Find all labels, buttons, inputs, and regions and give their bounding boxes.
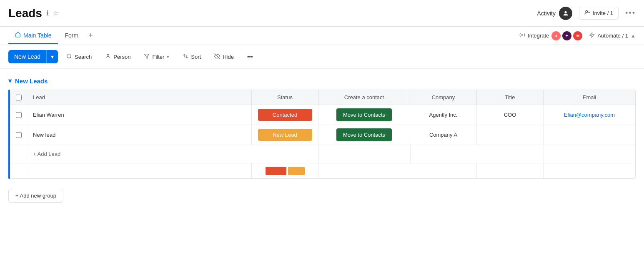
row2-title-cell (477, 125, 544, 145)
integrate-icons: ● ✦ M (551, 31, 582, 40)
add-new-group-button[interactable]: + Add new group (8, 189, 63, 203)
row1-checkbox-cell (10, 105, 27, 125)
user-avatar (559, 7, 572, 20)
page-title: Leads (8, 7, 42, 20)
toolbar: New Lead ▾ Search Person Filter ▾ Sort H… (0, 45, 644, 69)
integrate-label: Integrate (528, 33, 549, 39)
automate-collapse-icon[interactable]: ▲ (631, 33, 636, 39)
automate-icon (589, 32, 595, 39)
more-options-button[interactable]: ••• (625, 9, 636, 18)
home-icon (15, 32, 21, 39)
integrate-button[interactable]: Integrate ● ✦ M (519, 31, 582, 40)
person-label: Person (113, 54, 130, 60)
automate-button[interactable]: Automate / 1 ▲ (589, 32, 636, 39)
svg-point-2 (521, 34, 523, 36)
row2-lead-name: New lead (33, 132, 239, 138)
add-new-group-label: + Add new group (15, 193, 56, 199)
invite-button[interactable]: Invite / 1 (579, 7, 619, 20)
row2-company-cell: Company A (410, 125, 477, 145)
tab-add-button[interactable]: + (85, 27, 96, 44)
summary-contact (318, 163, 410, 178)
add-lead-cell[interactable]: + Add Lead (27, 145, 252, 163)
tab-main-table[interactable]: Main Table (8, 28, 58, 44)
col-header-contact: Create a contact (318, 90, 410, 105)
new-lead-dropdown-arrow[interactable]: ▾ (46, 50, 58, 63)
svg-point-3 (67, 54, 71, 58)
search-icon (66, 53, 72, 60)
row2-status-cell: New Lead (252, 125, 318, 145)
add-lead-title (477, 145, 544, 163)
row1-email[interactable]: Elian@company.com (564, 112, 615, 118)
row1-contact-cell: Move to Contacts (318, 105, 410, 125)
search-button[interactable]: Search (61, 50, 97, 63)
integrate-icon-gmail: M (573, 31, 582, 40)
hide-icon (214, 53, 220, 60)
row1-lead-cell: Elian Warren (27, 105, 252, 125)
table-row: New lead New Lead Move to Contacts Compa… (10, 125, 635, 145)
more-toolbar-button[interactable]: ••• (242, 51, 258, 63)
summary-row (10, 163, 635, 178)
row1-status-badge[interactable]: Contacted (258, 109, 312, 121)
hide-button[interactable]: Hide (209, 50, 239, 63)
row2-email-cell (544, 125, 635, 145)
summary-company (410, 163, 477, 178)
col-header-title: Title (477, 90, 544, 105)
row1-title: COO (504, 112, 516, 118)
group-header[interactable]: ▾ New Leads (8, 77, 636, 85)
svg-point-1 (586, 10, 588, 13)
summary-bar-contacted (266, 167, 286, 175)
row2-checkbox[interactable] (16, 132, 22, 138)
tabs-left: Main Table Form + (8, 27, 96, 44)
tab-form-label: Form (65, 32, 78, 39)
filter-dropdown-icon: ▾ (167, 54, 169, 60)
info-icon[interactable]: ℹ (46, 9, 49, 17)
row2-move-to-contacts-button[interactable]: Move to Contacts (336, 128, 392, 141)
row1-status-cell: Contacted (252, 105, 318, 125)
title-area: Leads ℹ ☆ (8, 7, 59, 20)
hide-label: Hide (223, 54, 234, 60)
add-lead-status (252, 145, 318, 163)
add-lead-check (10, 145, 27, 163)
add-lead-contact (318, 145, 410, 163)
automate-label: Automate / 1 (597, 33, 628, 39)
search-label: Search (75, 54, 92, 60)
new-lead-button[interactable]: New Lead ▾ (8, 50, 58, 63)
summary-title (477, 163, 544, 178)
group-title: New Leads (15, 78, 48, 85)
filter-button[interactable]: Filter ▾ (139, 50, 174, 63)
more-toolbar-icon: ••• (247, 54, 253, 60)
svg-point-4 (107, 54, 109, 56)
leads-table: Lead Status Create a contact Company Tit… (10, 90, 636, 179)
sort-icon (183, 53, 188, 60)
group-collapse-icon: ▾ (8, 77, 12, 85)
row1-company-cell: Agently Inc. (410, 105, 477, 125)
row1-move-to-contacts-button[interactable]: Move to Contacts (336, 108, 392, 121)
row1-checkbox[interactable] (16, 112, 22, 118)
col-header-company: Company (410, 90, 477, 105)
summary-check (10, 163, 27, 178)
leads-table-wrapper: Lead Status Create a contact Company Tit… (10, 90, 636, 179)
col-header-check (10, 90, 27, 105)
activity-button[interactable]: Activity (537, 7, 572, 20)
sort-label: Sort (191, 54, 201, 60)
row1-lead-name: Elian Warren (33, 112, 239, 118)
person-button[interactable]: Person (100, 50, 135, 63)
tab-form[interactable]: Form (58, 28, 85, 44)
sort-button[interactable]: Sort (178, 50, 206, 63)
row2-status-badge[interactable]: New Lead (258, 129, 312, 141)
integrate-icon (519, 32, 525, 39)
row2-contact-cell: Move to Contacts (318, 125, 410, 145)
row2-checkbox-cell (10, 125, 27, 145)
integrate-icon-slack: ✦ (562, 31, 571, 40)
col-header-lead: Lead (27, 90, 252, 105)
table-row: Elian Warren Contacted Move to Contacts … (10, 105, 635, 125)
row2-lead-cell: New lead (27, 125, 252, 145)
summary-status (252, 163, 318, 178)
add-lead-label[interactable]: + Add Lead (33, 149, 60, 159)
person-icon (105, 53, 111, 60)
person-add-icon (584, 10, 590, 17)
filter-label: Filter (152, 54, 164, 60)
tabs-right: Integrate ● ✦ M Automate / 1 ▲ (519, 31, 636, 40)
star-icon[interactable]: ☆ (53, 9, 59, 17)
select-all-checkbox[interactable] (16, 95, 22, 100)
